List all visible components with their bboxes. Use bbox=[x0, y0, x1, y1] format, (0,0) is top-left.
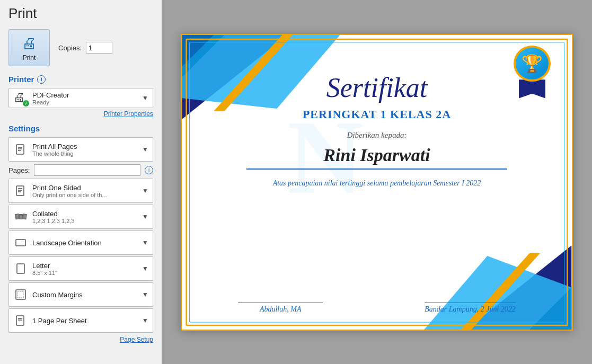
settings-section: Settings Print All Pages The whole thing… bbox=[8, 124, 153, 343]
setting-letter[interactable]: Letter 8.5" x 11" ▼ bbox=[8, 256, 153, 281]
setting-orientation-name: Landscape Orientation bbox=[32, 239, 138, 247]
setting-collated[interactable]: Collated 1,2,3 1,2,3 1,2,3 ▼ bbox=[8, 205, 153, 229]
setting-persheet-text: 1 Page Per Sheet bbox=[32, 317, 138, 325]
left-panel: Print 🖨 Print Copies: Printer i 🖨 ✓ PDFC… bbox=[0, 0, 162, 364]
badge-circle: 🏆 bbox=[514, 46, 551, 82]
printer-icon-wrap: 🖨 ✓ bbox=[13, 91, 28, 105]
copies-input[interactable] bbox=[86, 42, 112, 54]
printer-dropdown-arrow: ▼ bbox=[142, 94, 148, 102]
cert-sig-left: Abdullah, MA bbox=[238, 303, 323, 314]
setting-orientation-text: Landscape Orientation bbox=[32, 239, 138, 247]
printer-icon: 🖨 bbox=[22, 34, 37, 52]
setting-collated-text: Collated 1,2,3 1,2,3 1,2,3 bbox=[32, 210, 138, 224]
pages-info-icon[interactable]: i bbox=[145, 166, 153, 174]
cert-footer: Abdullah, MA Bandar Lampung, 2 Juni 2022 bbox=[238, 303, 516, 314]
setting-sided-arrow: ▼ bbox=[142, 187, 148, 194]
cert-given-to: Diberikan kepada: bbox=[347, 131, 407, 140]
setting-pages-sub: The whole thing bbox=[32, 150, 138, 157]
svg-rect-11 bbox=[17, 291, 24, 298]
setting-pages-name: Print All Pages bbox=[32, 143, 138, 150]
setting-one-sided[interactable]: Print One Sided Only print on one side o… bbox=[8, 179, 153, 203]
svg-rect-9 bbox=[17, 264, 24, 273]
copies-row: Copies: bbox=[58, 42, 112, 54]
cert-content: Sertifikat PERINGKAT 1 KELAS 2A Diberika… bbox=[182, 35, 572, 330]
printer-properties-link[interactable]: Printer Properties bbox=[8, 110, 153, 118]
setting-sided-text: Print One Sided Only print on one side o… bbox=[32, 184, 138, 198]
cert-sig-right: Bandar Lampung, 2 Juni 2022 bbox=[425, 303, 516, 314]
setting-collated-arrow: ▼ bbox=[142, 213, 148, 220]
setting-sided-sub: Only print on one side of th... bbox=[32, 192, 138, 198]
pages-input[interactable] bbox=[34, 164, 140, 176]
setting-collated-sub: 1,2,3 1,2,3 1,2,3 bbox=[32, 218, 138, 224]
print-controls: 🖨 Print Copies: bbox=[8, 29, 153, 66]
setting-pages-icon bbox=[13, 142, 28, 157]
printer-status: Ready bbox=[32, 99, 138, 105]
svg-rect-0 bbox=[16, 145, 24, 154]
setting-persheet-icon bbox=[13, 313, 28, 328]
setting-print-all-pages[interactable]: Print All Pages The whole thing ▼ bbox=[8, 137, 153, 162]
setting-per-sheet[interactable]: 1 Page Per Sheet ▼ bbox=[8, 308, 153, 333]
setting-orientation-icon bbox=[13, 235, 28, 250]
printer-section-header: Printer i bbox=[8, 75, 153, 84]
setting-collated-name: Collated bbox=[32, 210, 138, 218]
printer-name: PDFCreator bbox=[32, 91, 138, 99]
setting-sided-icon bbox=[13, 183, 28, 198]
cert-description: Atas pencapaian nilai tertinggi selama p… bbox=[273, 179, 481, 188]
setting-persheet-arrow: ▼ bbox=[142, 317, 148, 324]
page-title: Print bbox=[8, 5, 153, 22]
setting-collated-icon bbox=[13, 209, 28, 224]
setting-orientation[interactable]: Landscape Orientation ▼ bbox=[8, 230, 153, 255]
pages-label: Pages: bbox=[8, 166, 30, 174]
printer-info-icon[interactable]: i bbox=[37, 75, 46, 84]
printer-ready-icon: ✓ bbox=[23, 100, 29, 106]
setting-persheet-name: 1 Page Per Sheet bbox=[32, 317, 138, 325]
setting-margins-text: Custom Margins bbox=[32, 291, 138, 299]
pages-row: Pages: i bbox=[8, 163, 153, 177]
page-setup-link[interactable]: Page Setup bbox=[8, 336, 153, 343]
print-button-label: Print bbox=[23, 54, 36, 61]
setting-letter-name: Letter bbox=[32, 262, 138, 270]
setting-pages-text: Print All Pages The whole thing bbox=[32, 143, 138, 157]
cert-title: Sertifikat bbox=[326, 72, 428, 103]
svg-rect-12 bbox=[16, 316, 24, 325]
setting-margins-icon bbox=[13, 287, 28, 302]
setting-orientation-arrow: ▼ bbox=[142, 239, 148, 246]
printer-selector[interactable]: 🖨 ✓ PDFCreator Ready ▼ bbox=[8, 88, 153, 108]
setting-margins-name: Custom Margins bbox=[32, 291, 138, 299]
copies-label: Copies: bbox=[58, 44, 82, 52]
cert-subtitle: PERINGKAT 1 KELAS 2A bbox=[303, 108, 451, 121]
setting-letter-text: Letter 8.5" x 11" bbox=[32, 262, 138, 276]
setting-letter-icon bbox=[13, 261, 28, 276]
preview-panel: N 🏆 Sertifikat PERINGKAT 1 KELAS 2A Dibe… bbox=[162, 0, 592, 364]
certificate-preview: N 🏆 Sertifikat PERINGKAT 1 KELAS 2A Dibe… bbox=[181, 34, 573, 331]
setting-letter-arrow: ▼ bbox=[142, 265, 148, 272]
setting-margins-arrow: ▼ bbox=[142, 291, 148, 298]
svg-rect-8 bbox=[16, 239, 25, 246]
setting-pages-arrow: ▼ bbox=[142, 146, 148, 153]
svg-rect-4 bbox=[16, 186, 24, 196]
printer-info: PDFCreator Ready bbox=[32, 91, 138, 105]
setting-margins[interactable]: Custom Margins ▼ bbox=[8, 282, 153, 307]
setting-sided-name: Print One Sided bbox=[32, 184, 138, 192]
setting-letter-sub: 8.5" x 11" bbox=[32, 270, 138, 276]
cert-recipient-name: Rini Isparwati bbox=[246, 145, 508, 170]
print-button[interactable]: 🖨 Print bbox=[8, 29, 50, 66]
settings-section-header: Settings bbox=[8, 124, 153, 133]
